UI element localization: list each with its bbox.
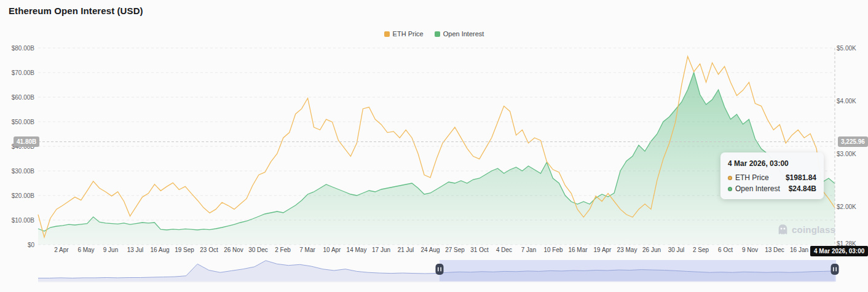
eth-price-dot-icon xyxy=(728,176,732,180)
coinglass-watermark: coinglass xyxy=(776,223,835,236)
navigator-right-handle[interactable] xyxy=(831,264,839,275)
tooltip-series-label: Open Interest xyxy=(735,184,789,193)
tooltip-series-value: $1981.84 xyxy=(786,173,816,182)
range-navigator[interactable] xyxy=(0,0,868,292)
watermark-text: coinglass xyxy=(792,224,835,235)
open-interest-dot-icon xyxy=(728,187,732,191)
coinglass-ghost-icon xyxy=(776,223,789,236)
crosshair-right-axis-badge: 3,225.96 xyxy=(838,136,868,147)
open-interest-chart-app: Ethereum Open Interest (USD) ETH Price O… xyxy=(0,0,868,292)
chart-tooltip: 4 Mar 2026, 03:00 ETH Price $1981.84 Ope… xyxy=(720,152,824,199)
tooltip-row-eth-price: ETH Price $1981.84 xyxy=(728,173,816,182)
tooltip-timestamp: 4 Mar 2026, 03:00 xyxy=(728,159,816,168)
tooltip-row-open-interest: Open Interest $24.84B xyxy=(728,184,816,193)
crosshair-left-axis-badge: 41.80B xyxy=(14,136,39,147)
tooltip-series-value: $24.84B xyxy=(789,184,816,193)
navigator-left-handle[interactable] xyxy=(436,264,444,275)
crosshair-date-badge: 4 Mar 2026, 03:00 xyxy=(810,246,868,256)
tooltip-series-label: ETH Price xyxy=(735,173,786,182)
